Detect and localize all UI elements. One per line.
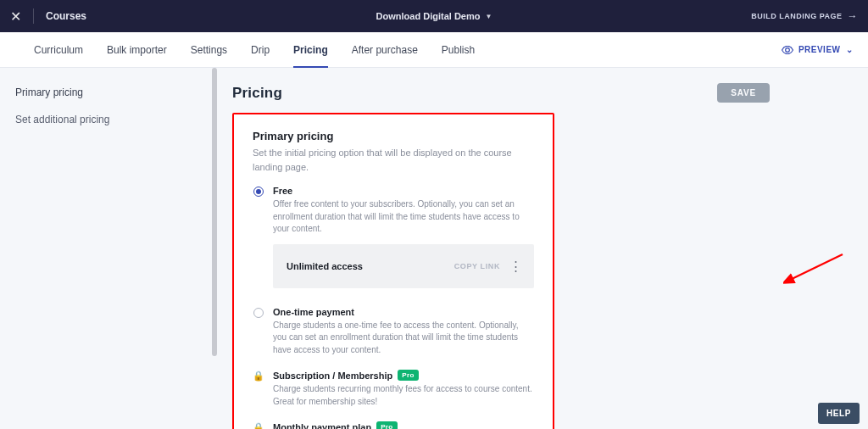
main-panel: Pricing SAVE Primary pricing Set the ini… xyxy=(207,68,868,429)
build-landing-page-label: BUILD LANDING PAGE xyxy=(751,12,842,20)
card-subheading: Set the initial pricing option that will… xyxy=(253,146,534,174)
option-free-title: Free xyxy=(273,186,534,196)
help-button[interactable]: HELP xyxy=(818,403,860,424)
tabs-bar: Curriculum Bulk importer Settings Drip P… xyxy=(0,32,868,68)
course-switcher[interactable]: Download Digital Demo ▼ xyxy=(376,11,492,21)
tab-after-purchase[interactable]: After purchase xyxy=(352,32,418,68)
tab-drip[interactable]: Drip xyxy=(251,32,270,68)
top-bar: ✕ Courses Download Digital Demo ▼ BUILD … xyxy=(0,0,868,32)
card-heading: Primary pricing xyxy=(253,130,534,142)
lock-icon: 🔒 xyxy=(253,370,264,408)
chevron-down-icon: ⌄ xyxy=(846,45,854,54)
option-free-desc: Offer free content to your subscribers. … xyxy=(273,198,534,236)
primary-pricing-card: Primary pricing Set the initial pricing … xyxy=(232,113,554,429)
tab-publish[interactable]: Publish xyxy=(442,32,475,68)
build-landing-page-button[interactable]: BUILD LANDING PAGE → xyxy=(751,10,858,22)
eye-icon xyxy=(782,46,793,54)
scrollbar[interactable] xyxy=(212,68,217,429)
chevron-down-icon: ▼ xyxy=(485,13,492,20)
radio-one-time[interactable] xyxy=(253,308,264,318)
pro-badge: Pro xyxy=(376,421,398,429)
page-content: Primary pricing Set additional pricing P… xyxy=(0,68,868,429)
course-switcher-label: Download Digital Demo xyxy=(376,11,481,21)
page-title: Pricing xyxy=(232,85,282,102)
save-button[interactable]: SAVE xyxy=(717,83,770,103)
option-monthly-title: Monthly payment plan xyxy=(273,422,371,430)
more-icon[interactable]: ⋮ xyxy=(507,259,524,272)
arrow-annotation xyxy=(783,251,851,285)
option-subscription-title: Subscription / Membership xyxy=(273,370,392,381)
preview-button[interactable]: PREVIEW ⌄ xyxy=(782,45,853,54)
pro-badge: Pro xyxy=(398,370,419,381)
access-label: Unlimited access xyxy=(287,261,363,271)
option-subscription-desc: Charge students recurring monthly fees f… xyxy=(273,383,534,408)
tab-curriculum[interactable]: Curriculum xyxy=(34,32,83,68)
arrow-right-icon: → xyxy=(848,10,859,22)
lock-icon: 🔒 xyxy=(253,422,264,429)
tab-bulk-importer[interactable]: Bulk importer xyxy=(107,32,167,68)
copy-link-button[interactable]: COPY LINK xyxy=(448,258,507,275)
option-one-time-desc: Charge students a one-time fee to access… xyxy=(273,320,534,357)
tab-settings[interactable]: Settings xyxy=(191,32,227,68)
svg-line-0 xyxy=(790,254,843,280)
nav-additional-pricing[interactable]: Set additional pricing xyxy=(15,114,192,125)
divider xyxy=(33,8,34,24)
radio-free[interactable] xyxy=(253,187,264,197)
page-header: Pricing SAVE xyxy=(232,68,853,113)
access-box: Unlimited access COPY LINK ⋮ xyxy=(273,244,534,288)
close-icon[interactable]: ✕ xyxy=(10,8,21,25)
option-one-time-title: One-time payment xyxy=(273,307,534,317)
option-subscription: 🔒 Subscription / Membership Pro Charge s… xyxy=(253,370,534,408)
left-nav: Primary pricing Set additional pricing xyxy=(0,68,207,429)
preview-label: PREVIEW xyxy=(798,45,841,54)
scrollbar-thumb[interactable] xyxy=(212,68,217,356)
option-free: Free Offer free content to your subscrib… xyxy=(253,186,534,288)
option-one-time: One-time payment Charge students a one-t… xyxy=(253,307,534,357)
breadcrumb-courses[interactable]: Courses xyxy=(46,10,86,22)
tab-pricing[interactable]: Pricing xyxy=(293,32,328,68)
nav-primary-pricing[interactable]: Primary pricing xyxy=(15,86,192,98)
option-monthly-plan: 🔒 Monthly payment plan Pro Split the ful… xyxy=(253,421,534,429)
